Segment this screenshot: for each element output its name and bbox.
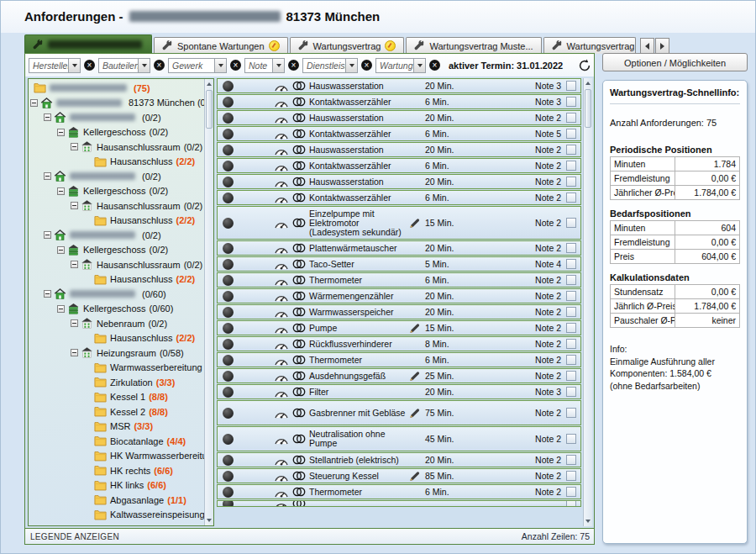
filter-clear-button[interactable]: ×	[288, 60, 299, 71]
tab-scroll-left-button[interactable]	[640, 38, 654, 54]
tree-item[interactable]: MSR(3/3)	[29, 419, 204, 435]
dropdown-button[interactable]	[345, 59, 357, 72]
list-item[interactable]: Filter20 Min.Note 3	[217, 384, 581, 399]
tab-3[interactable]: Wartungsvertrag	[290, 37, 405, 54]
collapse-toggle-icon[interactable]	[71, 319, 78, 327]
options-button[interactable]: Optionen / Möglichkeiten	[602, 53, 748, 71]
collapse-toggle-icon[interactable]	[30, 99, 38, 107]
list-item[interactable]: Steuerung Kessel85 Min.Note 2	[217, 468, 581, 483]
list-item[interactable]: Hauswasserstation20 Min.Note 2	[217, 174, 581, 189]
filter-bauteilen-combobox[interactable]: Bauteilen	[98, 58, 150, 73]
row-checkbox[interactable]	[566, 471, 576, 481]
tree-item[interactable]: Hausanschlussraum(0/2)	[29, 140, 204, 155]
list-item[interactable]: Einzelpumpe mit Elektromotor (Ladesystem…	[217, 206, 581, 240]
list-item[interactable]: Kontaktwasserzähler6 Min.Note 5	[217, 126, 581, 141]
collapse-toggle-icon[interactable]	[71, 349, 78, 356]
list-item[interactable]: Rückflussverhinderer8 Min.Note 2	[217, 336, 581, 351]
row-checkbox[interactable]	[566, 161, 576, 171]
list-item[interactable]: Plattenwärmetauscher20 Min.Note 2	[217, 240, 581, 256]
collapse-toggle-icon[interactable]	[57, 129, 65, 136]
scrollbar-thumb[interactable]	[585, 89, 591, 128]
collapse-toggle-icon[interactable]	[71, 143, 78, 150]
tree-item[interactable]: (75)	[29, 81, 204, 96]
list-item[interactable]: Stellantrieb (elektrisch)20 Min.Note 2	[217, 452, 581, 467]
dropdown-button[interactable]	[68, 59, 80, 72]
tree-scrollbar[interactable]	[204, 79, 213, 525]
dropdown-button[interactable]	[214, 59, 226, 72]
collapse-toggle-icon[interactable]	[71, 261, 78, 268]
tree-item[interactable]: (0/2)	[29, 228, 204, 243]
tree-item[interactable]: HK links(6/6)	[29, 478, 204, 493]
row-checkbox[interactable]	[566, 243, 576, 253]
row-checkbox[interactable]	[566, 81, 576, 91]
list-item[interactable]: Warmwasserspeicher20 Min.Note 2	[217, 304, 581, 319]
row-checkbox[interactable]	[566, 218, 576, 228]
collapse-toggle-icon[interactable]	[44, 172, 51, 180]
list-item[interactable]	[217, 500, 581, 507]
tree-item[interactable]: Zirkulation(3/3)	[29, 375, 204, 390]
tree-item[interactable]: Hausanschlussraum(0/2)	[29, 198, 204, 214]
collapse-toggle-icon[interactable]	[44, 113, 51, 121]
row-checkbox[interactable]	[566, 177, 576, 187]
collapse-toggle-icon[interactable]	[44, 290, 51, 298]
tab-1[interactable]	[24, 34, 152, 54]
scroll-up-icon[interactable]	[584, 78, 592, 88]
list-item[interactable]: Pumpe15 Min.Note 2	[217, 320, 581, 335]
tab-2[interactable]: Spontane Wartungen	[154, 37, 288, 54]
collapse-toggle-icon[interactable]	[44, 231, 51, 239]
tree-item[interactable]: Nebenraum(0/2)	[29, 316, 204, 331]
tree-item[interactable]: 81373 München (0/75)	[29, 96, 204, 111]
refresh-icon[interactable]	[578, 59, 591, 72]
row-checkbox[interactable]	[566, 129, 576, 139]
dropdown-button[interactable]	[138, 59, 150, 72]
row-checkbox[interactable]	[566, 487, 576, 497]
filter-note-combobox[interactable]: Note	[244, 58, 285, 73]
row-checkbox[interactable]	[566, 455, 576, 465]
tree-item[interactable]: Abgasanlage(1/1)	[29, 493, 204, 508]
list-item[interactable]: Taco-Setter5 Min.Note 4	[217, 256, 581, 272]
dropdown-button[interactable]	[272, 59, 284, 72]
list-item[interactable]: Gasbrenner mit Gebläse75 Min.Note 2	[217, 400, 581, 425]
tree-item[interactable]: HK rechts(6/6)	[29, 463, 204, 478]
scroll-down-icon[interactable]	[584, 516, 592, 526]
tree-item[interactable]: Kellergeschoss(0/2)	[29, 125, 204, 140]
tree-item[interactable]: Kaltwassereinspeisung(1/1)	[29, 508, 204, 523]
row-checkbox[interactable]	[566, 113, 576, 123]
list-scrollbar[interactable]	[583, 78, 592, 526]
list-item[interactable]: Wärmemengenzähler20 Min.Note 2	[217, 288, 581, 303]
tab-4[interactable]: Wartungsvertrag Muste...	[406, 37, 541, 54]
scrollbar-thumb[interactable]	[206, 90, 213, 129]
row-checkbox[interactable]	[566, 387, 576, 397]
collapse-toggle-icon[interactable]	[57, 305, 65, 313]
row-checkbox[interactable]	[566, 323, 576, 333]
row-checkbox[interactable]	[566, 434, 576, 444]
filter-clear-button[interactable]: ×	[84, 60, 95, 71]
collapse-toggle-icon[interactable]	[71, 202, 78, 209]
row-checkbox[interactable]	[566, 259, 576, 269]
list-item[interactable]: Hauswasserstation20 Min.Note 2	[217, 142, 581, 157]
tree-item[interactable]: (0/2)	[29, 110, 204, 125]
filter-clear-button[interactable]: ×	[429, 60, 440, 71]
legend-toggle[interactable]: LEGENDE ANZEIGEN	[25, 532, 119, 541]
list-item[interactable]: Kontaktwasserzähler6 Min.Note 2	[217, 190, 581, 205]
tree-item[interactable]: Hausanschlussraum(0/2)	[29, 257, 204, 272]
row-checkbox[interactable]	[566, 355, 576, 365]
row-checkbox[interactable]	[566, 275, 576, 285]
row-checkbox[interactable]	[566, 307, 576, 317]
filter-gewerk-combobox[interactable]: Gewerk	[168, 58, 227, 73]
tree-item[interactable]: Kessel 1(8/8)	[29, 390, 204, 405]
tab-5[interactable]: Wartungsvertrag	[543, 37, 636, 54]
tree-item[interactable]: Hausanschluss(2/2)	[29, 331, 204, 346]
tab-scroll-right-button[interactable]	[655, 38, 669, 54]
tree-item[interactable]: Hausanschluss(2/2)	[29, 272, 204, 288]
row-checkbox[interactable]	[566, 193, 576, 203]
tree-item[interactable]: (0/60)	[29, 287, 204, 302]
list-item[interactable]: Ausdehnungsgefäß25 Min.Note 2	[217, 368, 581, 383]
list-item[interactable]: Neutralisation ohne Pumpe45 Min.Note 2	[217, 426, 581, 451]
list-item[interactable]: Thermometer6 Min.Note 2	[217, 484, 581, 499]
list-item[interactable]: Hauswasserstation20 Min.Note 2	[217, 110, 581, 125]
row-checkbox[interactable]	[566, 339, 576, 349]
tree-item[interactable]: Warmwasserbereitung(6/6)	[29, 361, 204, 376]
filter-clear-button[interactable]: ×	[154, 60, 165, 71]
tree-item[interactable]: Hausanschluss(2/2)	[29, 155, 204, 170]
